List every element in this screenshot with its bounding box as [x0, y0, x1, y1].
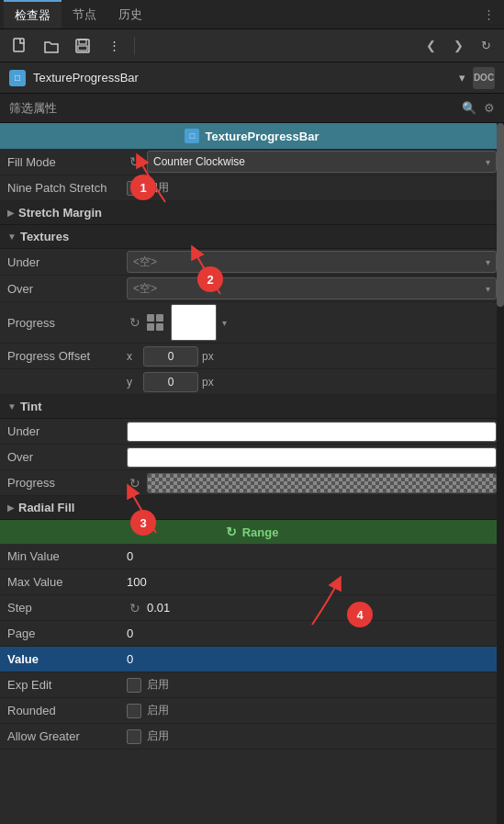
min-value-value: 0 — [127, 549, 497, 563]
radial-fill-label: Radial Fill — [18, 501, 74, 514]
progress-dropdown-arrow-icon: ▾ — [222, 318, 227, 328]
tab-node[interactable]: 节点 — [62, 0, 107, 28]
rounded-label: Rounded — [7, 704, 127, 717]
filter-label: 筛选属性 — [9, 100, 454, 117]
tint-subsection[interactable]: ▼ Tint — [0, 395, 504, 419]
exp-edit-checkbox-wrap: 启用 — [127, 677, 169, 693]
nine-patch-checkbox-label: 启用 — [147, 180, 169, 196]
rounded-checkbox[interactable] — [127, 704, 141, 718]
step-row: Step ↻ 0.01 — [0, 595, 504, 621]
scrollbar-thumb[interactable] — [497, 123, 504, 307]
over-row: Over <空> ▾ — [0, 276, 504, 302]
filter-bar: 筛选属性 🔍 ⚙ — [0, 94, 504, 123]
under-dropdown-arrow-icon: ▾ — [486, 257, 490, 267]
tint-progress-label: Progress — [7, 476, 127, 490]
nav-forward-button[interactable]: ❯ — [447, 35, 469, 57]
max-value-value: 100 — [127, 575, 497, 589]
progress-texture-preview[interactable] — [171, 304, 217, 341]
value-text: 0 — [127, 652, 133, 666]
under-dropdown[interactable]: <空> ▾ — [127, 251, 497, 273]
radial-fill-arrow-icon: ▶ — [7, 502, 15, 513]
max-value-row: Max Value 100 — [0, 570, 504, 595]
tint-progress-color-swatch[interactable] — [147, 473, 497, 493]
over-value: <空> ▾ — [127, 277, 497, 299]
progress-offset-x-value: x px — [127, 346, 497, 367]
progress-row: Progress ↻ ▾ — [0, 302, 504, 344]
progress-offset-y-input[interactable] — [143, 372, 198, 392]
nine-patch-checkbox[interactable] — [127, 181, 141, 196]
step-label: Step — [7, 601, 127, 615]
progress-label: Progress — [7, 316, 127, 330]
progress-grid-icon[interactable] — [147, 314, 163, 331]
tint-progress-reset-icon[interactable]: ↻ — [127, 476, 143, 491]
value-value: 0 — [127, 652, 497, 666]
tab-bar: 检查器 节点 历史 ⋮ — [0, 0, 504, 29]
progress-offset-y-row: y px — [0, 369, 504, 395]
fill-mode-dropdown[interactable]: Counter Clockwise ▾ — [147, 151, 497, 173]
page-text: 0 — [127, 626, 133, 640]
progress-offset-x-row: Progress Offset x px — [0, 344, 504, 369]
doc-button[interactable]: DOC — [473, 67, 495, 89]
rounded-checkbox-label: 启用 — [147, 703, 169, 718]
over-dropdown[interactable]: <空> ▾ — [127, 277, 497, 299]
progress-value: ↻ ▾ — [127, 304, 497, 341]
new-file-button[interactable] — [7, 33, 33, 59]
textures-arrow-icon: ▼ — [7, 231, 17, 242]
tab-inspector[interactable]: 检查器 — [4, 0, 62, 28]
progress-offset-y-value: y px — [127, 372, 497, 392]
tint-under-swatch-wrap — [127, 422, 497, 442]
search-icon[interactable]: 🔍 — [462, 101, 476, 115]
svg-rect-3 — [78, 46, 87, 51]
nine-patch-value: 启用 — [127, 180, 497, 196]
tint-under-row: Under — [0, 419, 504, 445]
progress-reset-icon[interactable]: ↻ — [127, 315, 143, 330]
node-dropdown-button[interactable]: ▾ — [459, 71, 465, 85]
min-value-row: Min Value 0 — [0, 544, 504, 570]
progress-controls: ↻ ▾ — [127, 304, 497, 341]
toolbar-menu-button[interactable]: ⋮ — [101, 33, 127, 59]
dropdown-arrow-icon: ▾ — [486, 157, 490, 167]
under-label: Under — [7, 255, 127, 269]
step-reset-icon[interactable]: ↻ — [127, 601, 143, 615]
allow-greater-checkbox[interactable] — [127, 729, 141, 744]
value-row: Value 0 — [0, 647, 504, 672]
exp-edit-checkbox-label: 启用 — [147, 677, 169, 693]
fill-mode-reset[interactable]: ↻ — [127, 154, 143, 169]
tab-menu-button[interactable]: ⋮ — [477, 4, 500, 25]
tab-history[interactable]: 历史 — [107, 0, 153, 28]
nav-sync-button[interactable]: ↻ — [475, 35, 497, 57]
y-coord-label: y — [127, 376, 140, 389]
node-selector: □ TextureProgressBar ▾ DOC — [0, 62, 504, 94]
stretch-margin-arrow-icon: ▶ — [7, 208, 15, 218]
save-file-button[interactable] — [70, 33, 95, 59]
tint-under-color-swatch[interactable] — [127, 422, 497, 442]
nav-back-button[interactable]: ❮ — [420, 35, 442, 57]
fill-mode-text: Counter Clockwise — [153, 155, 482, 168]
allow-greater-checkbox-wrap: 启用 — [127, 728, 169, 744]
exp-edit-value: 启用 — [127, 677, 497, 693]
toolbar: ⋮ ❮ ❯ ↻ — [0, 29, 504, 62]
radial-fill-subsection[interactable]: ▶ Radial Fill — [0, 496, 504, 520]
textures-subsection[interactable]: ▼ Textures — [0, 225, 504, 249]
stretch-margin-subsection[interactable]: ▶ Stretch Margin — [0, 201, 504, 225]
x-unit-label: px — [202, 350, 215, 363]
over-label: Over — [7, 282, 127, 296]
tint-label: Tint — [20, 400, 42, 413]
tint-over-color-swatch[interactable] — [127, 447, 497, 468]
step-text: 0.01 — [147, 601, 170, 615]
nine-patch-row: Nine Patch Stretch 启用 — [0, 175, 504, 201]
tint-progress-row: Progress ↻ — [0, 470, 504, 496]
exp-edit-checkbox[interactable] — [127, 678, 141, 693]
node-type-icon: □ — [9, 70, 26, 86]
nine-patch-label: Nine Patch Stretch — [7, 181, 127, 195]
tint-under-label: Under — [7, 424, 127, 438]
value-label: Value — [7, 652, 127, 666]
rounded-value: 启用 — [127, 703, 497, 718]
over-empty-text: <空> — [133, 281, 482, 297]
filter-settings-icon[interactable]: ⚙ — [484, 101, 495, 115]
allow-greater-label: Allow Greater — [7, 729, 127, 743]
over-dropdown-arrow-icon: ▾ — [486, 284, 490, 294]
progress-offset-x-input[interactable] — [143, 346, 198, 367]
nine-patch-checkbox-wrap: 启用 — [127, 180, 169, 196]
open-file-button[interactable] — [39, 33, 64, 59]
